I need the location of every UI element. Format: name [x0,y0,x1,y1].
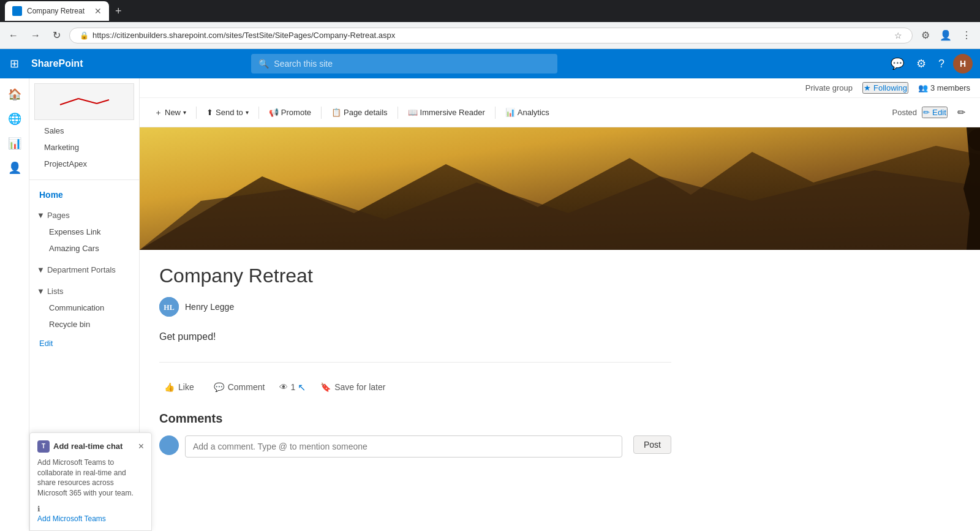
site-logo [34,83,134,120]
search-icon: 🔍 [258,59,269,69]
subnav-sales[interactable]: Sales [34,122,134,139]
sp-sidebar-icons: 🏠 🌐 📊 👤 [0,78,29,531]
chat-widget-header: T Add real-time chat × [37,440,144,453]
promote-icon: 📢 [269,108,279,117]
save-for-later-button[interactable]: 🔖 Save for later [315,380,390,394]
following-button[interactable]: ★ Following [862,82,908,94]
nav-pages-header[interactable]: ▼ Pages [29,207,139,224]
svg-text:HL: HL [164,303,174,312]
views-count-area: 👁 1 ↖ [279,382,306,393]
svg-rect-0 [54,86,115,117]
tab-title: Company Retreat [27,7,85,15]
activity-icon-button[interactable]: 📊 [4,132,26,154]
views-cursor: ↖ [298,382,306,393]
details-icon: 📋 [331,108,341,117]
subnav-projectapex[interactable]: ProjectApex [34,156,134,172]
nav-amazing-cars[interactable]: Amazing Cars [39,240,139,257]
star-icon: ★ [864,83,871,92]
more-options-button[interactable]: ✏ [952,103,970,122]
chat-info-icon: ℹ [37,505,40,513]
comment-button[interactable]: 💬 Comment [209,380,270,394]
promote-button[interactable]: 📢 Promote [264,104,316,121]
globe-icon-button[interactable]: 🌐 [4,108,26,130]
search-input[interactable] [274,59,550,69]
bookmark-icon[interactable]: ☆ [894,31,902,40]
hero-image [140,127,980,250]
views-number: 1 [290,382,295,392]
forward-button[interactable]: → [27,28,44,43]
posted-bar: Posted ✏ Edit ✏ [892,103,970,122]
members-button[interactable]: 👥 3 members [918,83,970,92]
add-teams-link[interactable]: Add Microsoft Teams [37,514,106,523]
user-avatar[interactable]: H [953,54,973,73]
comment-label: Comment [228,382,265,392]
sp-topnav: ⊞ SharePoint 🔍 💬 ⚙ ? H [0,49,980,78]
immersive-reader-button[interactable]: 📖 Immersive Reader [403,104,490,121]
nav-pages-label: Pages [47,211,70,220]
send-dropdown-icon: ▾ [246,109,249,116]
address-bar[interactable]: 🔒 https://citizenbuilders.sharepoint.com… [69,28,913,43]
new-button[interactable]: ＋ New ▾ [149,104,191,122]
following-label: Following [873,83,907,92]
toolbar-separator-4 [398,107,398,119]
page-meta-bar: Private group ★ Following 👥 3 members [140,78,980,98]
person-icon-button[interactable]: 👤 [4,157,26,179]
like-button[interactable]: 👍 Like [159,380,199,394]
page-details-button[interactable]: 📋 Page details [326,104,393,121]
page-title: Company Retreat [159,265,671,287]
nav-pages-children: Expenses Link Amazing Cars [29,224,139,257]
chat-close-button[interactable]: × [138,441,144,452]
promote-label: Promote [281,108,311,117]
chevron-down-icon-3: ▼ [37,287,45,296]
comment-post-button[interactable]: Post [633,435,671,454]
nav-dept-portals-header[interactable]: ▼ Department Portals [29,262,139,278]
sharepoint-logo[interactable]: SharePoint [31,58,83,69]
chat-icon[interactable]: 💬 [887,55,908,73]
home-icon-button[interactable]: 🏠 [4,83,26,105]
edit-button[interactable]: ✏ Edit [922,107,948,118]
comment-input-row: Post [159,435,671,458]
tab-favicon [12,6,22,16]
chat-body-text: Add Microsoft Teams to collaborate in re… [37,458,144,499]
waffle-menu-button[interactable]: ⊞ [7,55,21,73]
comment-input[interactable] [185,435,622,458]
author-avatar-img: HL [159,297,179,317]
comment-icon: 💬 [214,382,224,392]
nav-home[interactable]: Home [29,185,139,205]
extensions-button[interactable]: ⚙ [918,27,933,43]
nav-communication[interactable]: Communication [39,299,139,316]
save-for-later-label: Save for later [334,382,385,392]
settings-icon[interactable]: ⚙ [913,55,930,73]
bookmark-save-icon: 🔖 [320,382,331,392]
refresh-button[interactable]: ↻ [49,27,64,43]
plus-icon: ＋ [154,107,162,118]
nav-recycle-bin[interactable]: Recycle bin [39,316,139,333]
send-to-label: Send to [216,108,243,117]
close-tab-button[interactable]: ✕ [94,6,102,16]
new-tab-button[interactable]: + [113,2,124,20]
nav-dept-portals-label: Department Portals [47,265,116,274]
browser-toolbar-icons: ⚙ 👤 ⋮ [918,27,975,43]
nav-lists-header[interactable]: ▼ Lists [29,283,139,299]
profile-button[interactable]: 👤 [936,27,956,43]
author-avatar: HL [159,297,179,317]
browser-chrome: Company Retreat ✕ + [0,0,980,22]
send-to-button[interactable]: ⬆ Send to ▾ [202,104,254,121]
analytics-icon: 📊 [505,108,515,117]
private-group-label: Private group [805,83,853,92]
back-button[interactable]: ← [5,28,22,43]
search-box[interactable]: 🔍 [251,54,557,73]
subnav-marketing[interactable]: Marketing [34,139,134,156]
people-icon: 👥 [918,83,928,92]
security-icon: 🔒 [80,31,89,40]
menu-button[interactable]: ⋮ [958,27,975,43]
analytics-button[interactable]: 📊 Analytics [500,104,554,121]
nav-expenses-link[interactable]: Expenses Link [39,224,139,240]
thumbs-up-icon: 👍 [164,382,175,392]
nav-edit-link[interactable]: Edit [29,335,139,352]
help-icon[interactable]: ? [935,55,948,73]
send-icon: ⬆ [206,108,213,117]
browser-tab[interactable]: Company Retreat ✕ [5,1,109,21]
hero-svg [140,127,980,250]
page-details-label: Page details [344,108,388,117]
